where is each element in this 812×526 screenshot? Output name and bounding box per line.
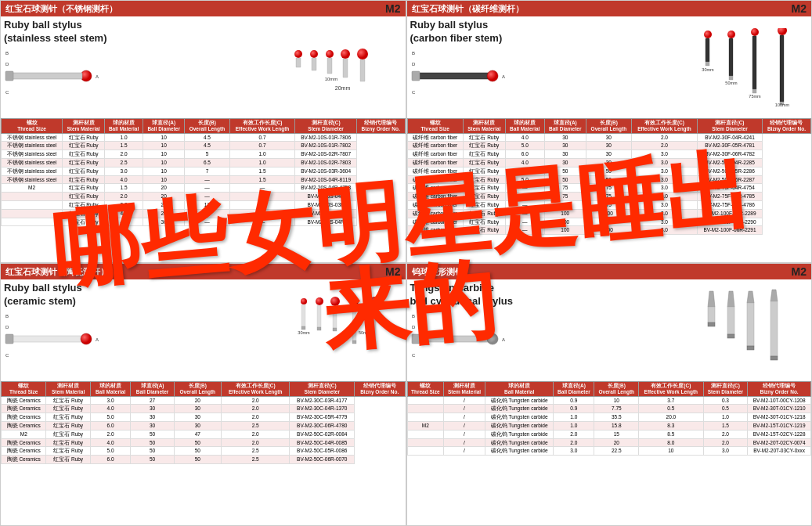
styli-svg-tl: 10mm [288,44,398,83]
table-row: 陶瓷 Ceramics红宝石 Ruby5.030302.0BV-M2-30C-0… [2,413,406,422]
panel-br-right [686,279,811,381]
svg-point-13 [326,50,334,58]
table-cell: 红宝石 Ruby [63,209,105,218]
table-cell: 2.0 [631,133,697,142]
table-cell: 碳纤维 carbon fiber [407,184,463,193]
table-cell: 10 [143,167,185,175]
svg-text:B: B [5,51,9,56]
table-cell: — [505,184,544,193]
panel-tl-title: Ruby ball stylus (stainless steel stem) [4,19,277,45]
table-cell: 4.5 [185,142,230,150]
table-cell: 2.0 [104,193,143,201]
table-cell: BV-M2-20S-04R [295,193,356,201]
table-cell: 红宝石 Ruby [63,193,105,201]
svg-rect-87 [770,301,778,356]
table-cell: 碳化钨 Tungsten carbide [485,421,554,430]
table-cell: 30 [131,413,174,422]
table-cell: 碳纤维 carbon fiber [407,209,463,218]
table-cell: 5 [185,150,230,159]
table-cell: 1.0 [229,150,295,159]
svg-point-50 [81,333,92,344]
table-cell: 2.0 [554,430,594,438]
table-cell: 50 [174,438,221,447]
table-cell: 10 [594,396,639,405]
table-cell: 1.0 [104,133,143,142]
table-row: 不锈钢 stainless steel红宝石 Ruby3.01071.5BV-M… [2,167,406,175]
table-cell: BV-M2-30F-06R-4782 [698,150,763,159]
panel-bl-header: 红宝石球测针（陶瓷测杆） M2 [1,264,406,279]
table-cell: 50 [174,456,221,464]
table-cell [407,430,444,438]
svg-point-56 [316,297,323,305]
carbon-table: 螺纹Thread Size 测杆材质Stem Material 球的材质Ball… [407,118,812,235]
table-cell: 20 [143,209,185,218]
svg-point-9 [294,50,302,58]
panel-tr-top: Ruby ball stylus (carbon fiber stem) B D… [407,16,812,118]
table-cell: 2.0 [104,150,143,159]
table-cell: 陶瓷 Ceramics [2,396,46,405]
svg-text:50mm: 50mm [725,81,738,85]
table-cell: 1.5 [104,142,143,150]
svg-rect-49 [5,334,13,344]
tungsten-table: 螺纹Thread Size 测杆材质Stem Material 球的材质Ball… [407,381,812,456]
table-cell: BV-M2-50C-05R-0086 [290,447,355,456]
table-cell: 100 [544,218,586,226]
table-cell: 1.5 [104,184,143,193]
svg-text:B: B [5,314,9,319]
svg-rect-10 [296,58,301,67]
svg-rect-48 [12,336,82,342]
panel-bl-table: 螺纹Thread Size 测杆材质Stem Material 球的材质Ball… [1,381,406,464]
table-row: 碳纤维 carbon fiber红宝石 Ruby—75753.0BV-M2-75… [407,193,811,201]
svg-rect-85 [747,346,754,350]
table-cell: 50 [131,438,174,447]
table-cell: 2.0 [703,430,748,438]
table-cell: 0.3 [703,396,748,405]
stainless-table: 螺纹Thread Size 测杆材质Stem Material 球的材质Ball… [1,118,406,226]
th-order-br: 经销代理编号Bizny Order No. [748,382,811,397]
svg-rect-25 [412,71,420,81]
table-row: 碳纤维 carbon fiber红宝石 Ruby5.050503.0BV-M2-… [407,167,811,175]
styli-svg-br [694,287,803,373]
styli-svg-tr: 30mm 50mm 75mm [692,28,806,106]
svg-rect-63 [352,305,356,340]
table-cell: 3.0 [703,447,748,456]
table-cell: 碳化钨 Tungsten carbide [485,396,554,405]
table-cell: 2.0 [221,413,290,422]
svg-rect-88 [770,356,778,360]
table-cell: 红宝石 Ruby [63,142,105,150]
svg-rect-60 [333,306,337,328]
table-cell: / [444,405,485,413]
table-cell: 4.0 [104,209,143,218]
table-cell: 1.0 [554,413,594,422]
svg-marker-80 [727,291,734,307]
table-cell: 6.5 [185,158,230,167]
table-row: 碳纤维 carbon fiber红宝石 Ruby5.030302.0BV-M2-… [407,142,811,150]
table-cell: 75 [544,184,586,193]
th-stem-br: 测杆材质Stem Material [444,382,485,397]
styli-images-br [691,284,807,376]
table-cell: 2.0 [554,438,594,447]
table-cell: BV-M2-10S-02R-7803 [295,158,356,167]
th-ball-dia-tr: 球直径(A)Ball Diameter [544,119,586,134]
table-cell: / [444,421,485,430]
table-cell: — [185,193,230,201]
table-cell: 10 [143,175,185,184]
table-cell: BV-M2-50C-04R-0085 [290,438,355,447]
th-work-len: 有效工作长度(C)Effective Work Length [229,119,295,134]
table-cell: 陶瓷 Ceramics [2,438,46,447]
table-cell: 2.5 [221,421,290,430]
table-cell: 红宝石 Ruby [463,167,505,175]
table-cell: 1.5 [703,421,748,430]
table-cell: 红宝石 Ruby [46,430,90,438]
table-cell: BV-M2-30C-05R-4779 [290,413,355,422]
table-cell: 3.0 [104,167,143,175]
table-cell: 碳化钨 Tungsten carbide [485,413,554,422]
table-cell: 8.5 [639,430,703,438]
table-cell: 6.0 [90,421,131,430]
svg-text:A: A [502,74,505,79]
table-cell: 10 [143,142,185,150]
table-cell: BV-M2-30C-06R-4780 [290,421,355,430]
table-row: /碳化钨 Tungsten carbide2.0208.02.0BV-M2-20… [407,438,811,447]
svg-point-36 [751,28,759,36]
table-cell: 6.0 [90,456,131,464]
